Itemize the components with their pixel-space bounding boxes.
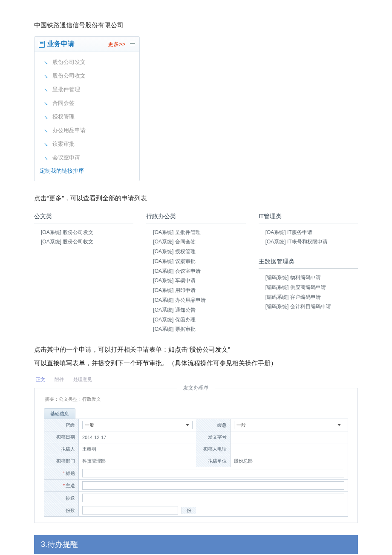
dispatch-form: 发文办理单 摘要：公文类型：行政发文 基础信息 密级 一般 缓急 一般 拟稿日期… [34,388,358,523]
category-heading: 公文类 [34,212,133,223]
section-heading-todo: 3.待办提醒 [34,535,358,554]
category-heading: 主数据管理类 [259,257,358,269]
form-tabs: 正文 附件 处理意见 [34,376,358,383]
tab-opinion[interactable]: 处理意见 [73,376,92,383]
sidebar-item-label: 议案审批 [52,140,75,148]
sidebar-item-label: 股份公司发文 [52,58,86,66]
field-secret: 一般 [78,419,196,431]
category-item[interactable]: [OA系统] 股份公司收文 [41,237,133,247]
label-urgent: 缓急 [196,419,230,431]
select-urgent[interactable]: 一般 [234,421,344,429]
arrow-icon: ➘ [44,142,48,147]
category-item[interactable]: [OA系统] 保函办理 [153,315,245,325]
menu-icon[interactable] [130,41,135,46]
label-draft-date: 拟稿日期 [44,431,78,443]
form-legend: 发文办理单 [177,384,215,392]
label-title: *标题 [44,467,78,479]
page-header-company: 中国铁路通信信号股份有限公司 [34,21,358,29]
sidebar-item-shouwen[interactable]: ➘股份公司收文 [35,69,139,83]
category-item[interactable]: [编码系统] 会计科目编码申请 [265,302,358,312]
category-item[interactable]: [OA系统] 车辆申请 [153,276,245,286]
arrow-icon: ➘ [44,128,48,134]
form-grid: 密级 一般 缓急 一般 拟稿日期 2014-12-17 发文字号 [44,419,348,517]
arrow-icon: ➘ [44,73,48,79]
sidebar-item-label: 股份公司收文 [52,72,86,80]
category-item[interactable]: [OA系统] 办公用品申请 [153,295,245,305]
customize-link[interactable]: 定制我的链接排序 [35,165,139,178]
more-link[interactable]: 更多>> [108,41,125,47]
category-item[interactable]: [编码系统] 客户编码申请 [265,292,358,302]
copies-unit: 份 [182,507,196,514]
category-item[interactable]: [OA系统] 议案审批 [153,257,245,266]
category-gongwen: 公文类 [OA系统] 股份公司发文 [OA系统] 股份公司收文 [34,212,133,335]
paragraph-more-hint: 点击“更多”，可以查看到全部的申请列表 [34,191,358,205]
panel-header: 业务申请 更多>> [35,37,139,52]
tab-main[interactable]: 正文 [36,376,45,383]
value-unit: 股份总部 [234,458,253,464]
label-cc: 抄送 [44,491,78,504]
category-item[interactable]: [OA系统] 授权管理 [153,247,245,257]
category-item[interactable]: [OA系统] 用印申请 [153,286,245,295]
value-dept: 科技管理部 [82,458,106,464]
sidebar-item-chengpi[interactable]: ➘呈批件管理 [35,83,139,96]
value-draft-date: 2014-12-17 [82,435,106,440]
category-item[interactable]: [OA系统] 股份公司发文 [41,228,133,237]
label-main-send: *主送 [44,479,78,491]
category-item[interactable]: [OA系统] IT服务申请 [265,228,358,237]
arrow-icon: ➘ [44,60,48,66]
sidebar-item-yian[interactable]: ➘议案审批 [35,137,139,151]
label-phone: 拟稿人电话 [196,443,230,455]
paragraph-line: 可以直接填写表单，并提交到下一个环节审批。（具体流程操作可参见相关操作手册） [34,359,277,367]
panel-body: ➘股份公司发文 ➘股份公司收文 ➘呈批件管理 ➘合同会签 ➘授权管理 ➘办公用品… [35,52,139,181]
sidebar-item-label: 办公用品申请 [52,127,86,134]
input-copies[interactable] [82,506,178,515]
tab-attach[interactable]: 附件 [55,376,64,383]
business-apply-panel: 业务申请 更多>> ➘股份公司发文 ➘股份公司收文 ➘呈批件管理 ➘合同会签 ➘… [34,36,140,181]
input-main-send[interactable] [82,481,344,490]
category-item[interactable]: [OA系统] 合同会签 [153,237,245,247]
category-list: 公文类 [OA系统] 股份公司发文 [OA系统] 股份公司收文 行政办公类 [O… [34,212,358,335]
category-item[interactable]: [编码系统] 供应商编码申请 [265,283,358,292]
input-cc[interactable] [82,494,344,502]
category-mdm: 主数据管理类 [编码系统] 物料编码申请 [编码系统] 供应商编码申请 [编码系… [259,257,358,312]
arrow-icon: ➘ [44,101,48,107]
section-tab-basic: 基础信息 [44,408,75,419]
label-copies: 份数 [44,504,78,516]
category-item[interactable]: [编码系统] 物料编码申请 [265,273,358,283]
category-item[interactable]: [OA系统] IT帐号和权限申请 [265,237,358,247]
label-doc-no: 发文字号 [196,431,230,443]
sidebar-item-shouquan[interactable]: ➘授权管理 [35,110,139,124]
label-dept: 拟稿部门 [44,455,78,467]
category-item[interactable]: [OA系统] 会议室申请 [153,266,245,276]
sidebar-item-hetong[interactable]: ➘合同会签 [35,96,139,110]
field-empty [196,504,348,516]
field-drafter: 王黎明 [78,443,196,455]
select-secret[interactable]: 一般 [82,421,193,429]
document-icon [39,41,45,48]
sidebar-item-label: 合同会签 [52,99,75,107]
label-unit: 拟稿单位 [196,455,230,467]
field-title [78,467,348,479]
sidebar-item-huiyi[interactable]: ➘会议室申请 [35,151,139,165]
sidebar-item-fawen[interactable]: ➘股份公司发文 [35,55,139,69]
value-drafter: 王黎明 [82,446,96,452]
sidebar-item-label: 授权管理 [52,113,75,121]
field-cc [78,491,348,504]
arrow-icon: ➘ [44,87,48,93]
category-item[interactable]: [OA系统] 通知公告 [153,305,245,315]
field-doc-no [230,431,348,443]
field-unit: 股份总部 [230,455,348,467]
input-title[interactable] [82,469,344,477]
sidebar-item-label: 会议室申请 [52,154,80,162]
category-item[interactable]: [OA系统] 票据审批 [153,324,245,334]
paragraph-line: 点击其中的一个申请，可以打开相关申请表单：如点击“股份公司发文” [34,346,230,353]
paragraph-open-form: 点击其中的一个申请，可以打开相关申请表单：如点击“股份公司发文” 可以直接填写表… [34,343,358,370]
category-item[interactable]: [OA系统] 呈批件管理 [153,228,245,237]
label-secret: 密级 [44,419,78,431]
label-drafter: 拟稿人 [44,443,78,455]
panel-title: 业务申请 [47,40,75,49]
field-dept: 科技管理部 [78,455,196,467]
sidebar-item-bangong[interactable]: ➘办公用品申请 [35,124,139,137]
field-copies: 份 [78,504,196,516]
arrow-icon: ➘ [44,155,48,161]
